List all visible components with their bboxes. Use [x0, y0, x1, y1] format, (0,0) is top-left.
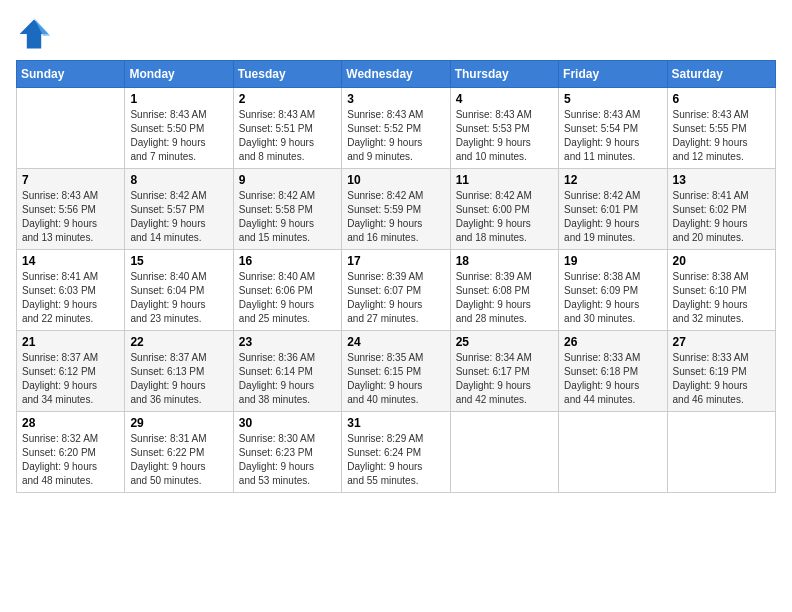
calendar-cell: 11Sunrise: 8:42 AM Sunset: 6:00 PM Dayli… [450, 169, 558, 250]
day-number: 18 [456, 254, 553, 268]
day-number: 1 [130, 92, 227, 106]
day-number: 29 [130, 416, 227, 430]
day-info: Sunrise: 8:43 AM Sunset: 5:52 PM Dayligh… [347, 108, 444, 164]
calendar-cell: 17Sunrise: 8:39 AM Sunset: 6:07 PM Dayli… [342, 250, 450, 331]
calendar-cell: 8Sunrise: 8:42 AM Sunset: 5:57 PM Daylig… [125, 169, 233, 250]
day-info: Sunrise: 8:38 AM Sunset: 6:09 PM Dayligh… [564, 270, 661, 326]
day-of-week-thursday: Thursday [450, 61, 558, 88]
day-number: 6 [673, 92, 770, 106]
day-info: Sunrise: 8:39 AM Sunset: 6:07 PM Dayligh… [347, 270, 444, 326]
calendar-cell: 9Sunrise: 8:42 AM Sunset: 5:58 PM Daylig… [233, 169, 341, 250]
day-info: Sunrise: 8:43 AM Sunset: 5:56 PM Dayligh… [22, 189, 119, 245]
calendar-cell: 14Sunrise: 8:41 AM Sunset: 6:03 PM Dayli… [17, 250, 125, 331]
day-info: Sunrise: 8:37 AM Sunset: 6:13 PM Dayligh… [130, 351, 227, 407]
day-info: Sunrise: 8:43 AM Sunset: 5:50 PM Dayligh… [130, 108, 227, 164]
day-info: Sunrise: 8:42 AM Sunset: 5:59 PM Dayligh… [347, 189, 444, 245]
day-number: 31 [347, 416, 444, 430]
day-of-week-saturday: Saturday [667, 61, 775, 88]
day-number: 28 [22, 416, 119, 430]
calendar-cell: 15Sunrise: 8:40 AM Sunset: 6:04 PM Dayli… [125, 250, 233, 331]
calendar-cell: 5Sunrise: 8:43 AM Sunset: 5:54 PM Daylig… [559, 88, 667, 169]
day-info: Sunrise: 8:43 AM Sunset: 5:53 PM Dayligh… [456, 108, 553, 164]
calendar-cell: 6Sunrise: 8:43 AM Sunset: 5:55 PM Daylig… [667, 88, 775, 169]
calendar-week-5: 28Sunrise: 8:32 AM Sunset: 6:20 PM Dayli… [17, 412, 776, 493]
calendar-cell: 29Sunrise: 8:31 AM Sunset: 6:22 PM Dayli… [125, 412, 233, 493]
calendar-cell: 22Sunrise: 8:37 AM Sunset: 6:13 PM Dayli… [125, 331, 233, 412]
day-number: 10 [347, 173, 444, 187]
page-header [16, 16, 776, 52]
day-info: Sunrise: 8:36 AM Sunset: 6:14 PM Dayligh… [239, 351, 336, 407]
day-number: 12 [564, 173, 661, 187]
day-info: Sunrise: 8:37 AM Sunset: 6:12 PM Dayligh… [22, 351, 119, 407]
day-number: 26 [564, 335, 661, 349]
calendar-cell: 27Sunrise: 8:33 AM Sunset: 6:19 PM Dayli… [667, 331, 775, 412]
calendar-week-4: 21Sunrise: 8:37 AM Sunset: 6:12 PM Dayli… [17, 331, 776, 412]
day-info: Sunrise: 8:42 AM Sunset: 6:01 PM Dayligh… [564, 189, 661, 245]
calendar-cell: 16Sunrise: 8:40 AM Sunset: 6:06 PM Dayli… [233, 250, 341, 331]
day-info: Sunrise: 8:42 AM Sunset: 5:57 PM Dayligh… [130, 189, 227, 245]
day-info: Sunrise: 8:43 AM Sunset: 5:55 PM Dayligh… [673, 108, 770, 164]
day-number: 7 [22, 173, 119, 187]
calendar-cell: 28Sunrise: 8:32 AM Sunset: 6:20 PM Dayli… [17, 412, 125, 493]
calendar-cell: 31Sunrise: 8:29 AM Sunset: 6:24 PM Dayli… [342, 412, 450, 493]
day-number: 19 [564, 254, 661, 268]
calendar-cell: 1Sunrise: 8:43 AM Sunset: 5:50 PM Daylig… [125, 88, 233, 169]
day-info: Sunrise: 8:43 AM Sunset: 5:54 PM Dayligh… [564, 108, 661, 164]
day-number: 22 [130, 335, 227, 349]
calendar-week-1: 1Sunrise: 8:43 AM Sunset: 5:50 PM Daylig… [17, 88, 776, 169]
calendar-cell: 3Sunrise: 8:43 AM Sunset: 5:52 PM Daylig… [342, 88, 450, 169]
day-of-week-tuesday: Tuesday [233, 61, 341, 88]
day-info: Sunrise: 8:38 AM Sunset: 6:10 PM Dayligh… [673, 270, 770, 326]
calendar-cell: 13Sunrise: 8:41 AM Sunset: 6:02 PM Dayli… [667, 169, 775, 250]
calendar-cell: 20Sunrise: 8:38 AM Sunset: 6:10 PM Dayli… [667, 250, 775, 331]
day-of-week-wednesday: Wednesday [342, 61, 450, 88]
day-of-week-sunday: Sunday [17, 61, 125, 88]
day-number: 30 [239, 416, 336, 430]
day-of-week-monday: Monday [125, 61, 233, 88]
calendar-cell: 25Sunrise: 8:34 AM Sunset: 6:17 PM Dayli… [450, 331, 558, 412]
calendar-cell: 18Sunrise: 8:39 AM Sunset: 6:08 PM Dayli… [450, 250, 558, 331]
logo-icon [16, 16, 52, 52]
day-info: Sunrise: 8:40 AM Sunset: 6:04 PM Dayligh… [130, 270, 227, 326]
day-info: Sunrise: 8:34 AM Sunset: 6:17 PM Dayligh… [456, 351, 553, 407]
day-info: Sunrise: 8:41 AM Sunset: 6:03 PM Dayligh… [22, 270, 119, 326]
calendar-week-3: 14Sunrise: 8:41 AM Sunset: 6:03 PM Dayli… [17, 250, 776, 331]
day-info: Sunrise: 8:41 AM Sunset: 6:02 PM Dayligh… [673, 189, 770, 245]
calendar-cell: 12Sunrise: 8:42 AM Sunset: 6:01 PM Dayli… [559, 169, 667, 250]
calendar-cell [450, 412, 558, 493]
calendar-cell [667, 412, 775, 493]
day-number: 11 [456, 173, 553, 187]
day-number: 20 [673, 254, 770, 268]
day-number: 3 [347, 92, 444, 106]
day-info: Sunrise: 8:39 AM Sunset: 6:08 PM Dayligh… [456, 270, 553, 326]
day-number: 16 [239, 254, 336, 268]
day-number: 15 [130, 254, 227, 268]
calendar-week-2: 7Sunrise: 8:43 AM Sunset: 5:56 PM Daylig… [17, 169, 776, 250]
calendar-cell: 10Sunrise: 8:42 AM Sunset: 5:59 PM Dayli… [342, 169, 450, 250]
day-number: 2 [239, 92, 336, 106]
day-info: Sunrise: 8:30 AM Sunset: 6:23 PM Dayligh… [239, 432, 336, 488]
calendar-cell: 2Sunrise: 8:43 AM Sunset: 5:51 PM Daylig… [233, 88, 341, 169]
day-number: 8 [130, 173, 227, 187]
day-of-week-friday: Friday [559, 61, 667, 88]
day-info: Sunrise: 8:33 AM Sunset: 6:18 PM Dayligh… [564, 351, 661, 407]
calendar-cell: 23Sunrise: 8:36 AM Sunset: 6:14 PM Dayli… [233, 331, 341, 412]
day-number: 25 [456, 335, 553, 349]
day-info: Sunrise: 8:35 AM Sunset: 6:15 PM Dayligh… [347, 351, 444, 407]
calendar-cell: 24Sunrise: 8:35 AM Sunset: 6:15 PM Dayli… [342, 331, 450, 412]
day-number: 21 [22, 335, 119, 349]
day-info: Sunrise: 8:33 AM Sunset: 6:19 PM Dayligh… [673, 351, 770, 407]
day-info: Sunrise: 8:42 AM Sunset: 6:00 PM Dayligh… [456, 189, 553, 245]
day-info: Sunrise: 8:29 AM Sunset: 6:24 PM Dayligh… [347, 432, 444, 488]
calendar-header: SundayMondayTuesdayWednesdayThursdayFrid… [17, 61, 776, 88]
calendar-cell: 26Sunrise: 8:33 AM Sunset: 6:18 PM Dayli… [559, 331, 667, 412]
day-number: 23 [239, 335, 336, 349]
day-number: 27 [673, 335, 770, 349]
calendar-cell: 21Sunrise: 8:37 AM Sunset: 6:12 PM Dayli… [17, 331, 125, 412]
day-info: Sunrise: 8:40 AM Sunset: 6:06 PM Dayligh… [239, 270, 336, 326]
day-info: Sunrise: 8:43 AM Sunset: 5:51 PM Dayligh… [239, 108, 336, 164]
calendar-cell: 7Sunrise: 8:43 AM Sunset: 5:56 PM Daylig… [17, 169, 125, 250]
calendar-cell: 4Sunrise: 8:43 AM Sunset: 5:53 PM Daylig… [450, 88, 558, 169]
day-number: 4 [456, 92, 553, 106]
day-info: Sunrise: 8:31 AM Sunset: 6:22 PM Dayligh… [130, 432, 227, 488]
